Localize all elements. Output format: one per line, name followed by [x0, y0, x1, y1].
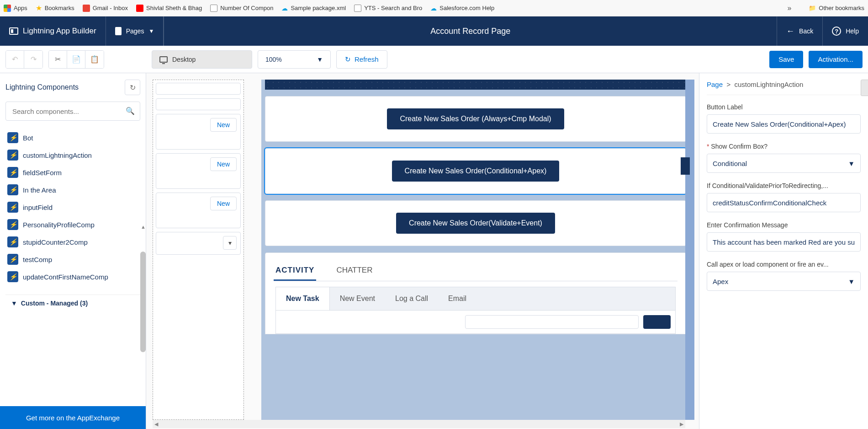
lightning-icon: ⚡ [7, 254, 18, 265]
label: Shivlal Sheth & Bhag [146, 5, 202, 11]
redo-button[interactable]: ↷ [24, 51, 42, 68]
custom-managed-section[interactable]: ▼ Custom - Managed (3) [5, 295, 140, 311]
field-label: * Show Confirm Box? [707, 143, 861, 150]
zoom-select[interactable]: 100% ▼ [258, 50, 331, 69]
action-component-card-selected[interactable]: Create New Sales Order(Conditional+Apex) [265, 148, 686, 194]
component-item[interactable]: ⚡Bot [5, 129, 140, 146]
related-list-card[interactable] [156, 83, 241, 95]
chevron-down-icon: ▼ [848, 160, 855, 167]
tab-chatter[interactable]: CHATTER [334, 261, 374, 281]
cut-button[interactable]: ✂ [49, 51, 67, 68]
create-order-validate-button[interactable]: Create New Sales Order(Validate+Event) [396, 213, 555, 234]
header-right: ← Back ? Help [777, 16, 868, 46]
related-list-card[interactable]: ▾ [156, 232, 241, 255]
task-subject-input[interactable] [465, 315, 639, 329]
save-button[interactable]: Save [769, 51, 803, 68]
desktop-icon [159, 56, 168, 63]
scrollbar-thumb[interactable] [140, 252, 146, 352]
button-label-input[interactable] [707, 114, 861, 134]
tabs-component[interactable]: ACTIVITY CHATTER New Task New Event Log … [265, 252, 686, 334]
component-item[interactable]: ⚡PersonalityProfileComp [5, 216, 140, 233]
related-list-card[interactable]: New [156, 114, 241, 150]
subtab-new-event[interactable]: New Event [330, 287, 385, 310]
canvas-related-column[interactable]: New New New ▾ [153, 80, 244, 420]
create-order-always-button[interactable]: Create New Sales Order (Always+Cmp Modal… [387, 108, 564, 129]
new-button[interactable]: New [210, 197, 237, 210]
component-label: PersonalityProfileComp [23, 221, 95, 229]
canvas-scrollbar-thumb[interactable] [681, 157, 690, 175]
overflow-chevrons[interactable]: » [787, 4, 791, 12]
section-label: Custom - Managed (3) [21, 300, 88, 307]
undo-button[interactable]: ↶ [6, 51, 24, 68]
builder-icon [9, 27, 18, 35]
breadcrumb: Page > customLightningAction [707, 80, 861, 95]
action-component-card[interactable]: Create New Sales Order (Always+Cmp Modal… [265, 96, 686, 142]
field-button-label: Button Label [707, 103, 861, 134]
confirm-message-input[interactable] [707, 232, 861, 252]
scroll-up-arrow[interactable]: ▲ [141, 224, 146, 230]
component-item[interactable]: ⚡stupidCounter2Comp [5, 233, 140, 251]
yts-bookmark[interactable]: YTS - Search and Bro [354, 5, 422, 12]
appexchange-link[interactable]: Get more on the AppExchange [0, 406, 146, 429]
paste-button[interactable]: 📋 [85, 51, 104, 68]
other-bookmarks[interactable]: 📁Other bookmarks [809, 5, 864, 11]
show-confirm-select[interactable]: Conditional ▼ [707, 154, 861, 173]
field-label: Enter Confirmation Message [707, 221, 861, 229]
related-list-card[interactable]: New [156, 193, 241, 228]
component-label: customLightningAction [23, 151, 92, 159]
create-order-conditional-button[interactable]: Create New Sales Order(Conditional+Apex) [392, 161, 560, 182]
canvas: New New New ▾ Create New Sales Order (Al… [146, 73, 699, 429]
activation-button[interactable]: Activation... [809, 51, 863, 68]
youtube-bookmark[interactable]: Shivlal Sheth & Bhag [136, 5, 202, 12]
dropdown-button[interactable]: ▾ [223, 236, 237, 250]
component-item[interactable]: ⚡In the Area [5, 181, 140, 198]
device-label: Desktop [172, 56, 196, 63]
star-icon: ★ [36, 4, 42, 12]
clipboard-group: ✂ 📄 📋 [48, 50, 104, 69]
pages-menu[interactable]: Pages ▼ [106, 16, 164, 46]
highlights-panel[interactable] [265, 80, 686, 90]
back-button[interactable]: ← Back [777, 16, 822, 46]
subtab-email[interactable]: Email [438, 287, 476, 310]
page-title: Account Record Page [164, 16, 777, 46]
sfhelp-bookmark[interactable]: ☁Salesforce.com Help [430, 5, 494, 12]
subtab-new-task[interactable]: New Task [276, 287, 330, 310]
panel-collapse-handle[interactable] [861, 80, 868, 96]
canvas-vertical-scrollbar[interactable] [685, 80, 694, 420]
apps-shortcut[interactable]: Apps [4, 5, 27, 12]
copy-button[interactable]: 📄 [67, 51, 85, 68]
breadcrumb-page-link[interactable]: Page [707, 80, 723, 88]
component-item[interactable]: ⚡fieldSetForm [5, 164, 140, 181]
app-builder-home[interactable]: Lightning App Builder [0, 16, 106, 46]
doc-bookmark[interactable]: Number Of Compon [210, 5, 273, 12]
call-apex-select[interactable]: Apex ▼ [707, 272, 861, 291]
related-list-card[interactable] [156, 98, 241, 110]
task-action-button[interactable] [643, 315, 671, 329]
component-item[interactable]: ⚡inputField [5, 198, 140, 216]
label: YTS - Search and Bro [364, 5, 422, 11]
canvas-main-column: Create New Sales Order (Always+Cmp Modal… [261, 80, 690, 420]
search-input[interactable] [5, 102, 140, 121]
new-button[interactable]: New [210, 118, 237, 132]
refresh-components-button[interactable]: ↻ [125, 80, 140, 95]
refresh-button[interactable]: ↻ Refresh [336, 50, 387, 69]
components-panel: Lightning Components ↻ 🔍 ⚡Bot ⚡customLig… [0, 73, 146, 429]
gmail-bookmark[interactable]: Gmail - Inbox [83, 5, 128, 12]
sample-bookmark[interactable]: ☁Sample package.xml [281, 5, 346, 12]
component-item[interactable]: ⚡testComp [5, 251, 140, 268]
related-list-card[interactable]: New [156, 153, 241, 189]
conditional-method-input[interactable] [707, 193, 861, 212]
bookmarks-folder[interactable]: ★Bookmarks [36, 4, 74, 12]
help-label: Help [846, 27, 859, 35]
tab-activity[interactable]: ACTIVITY [274, 261, 316, 281]
activity-publisher[interactable]: New Task New Event Log a Call Email [275, 287, 676, 334]
canvas-horizontal-scrollbar[interactable]: ◀▶ [153, 420, 685, 428]
help-button[interactable]: ? Help [822, 16, 868, 46]
component-item[interactable]: ⚡customLightningAction [5, 146, 140, 164]
action-component-card[interactable]: Create New Sales Order(Validate+Event) [265, 200, 686, 246]
new-button[interactable]: New [210, 157, 237, 171]
component-item[interactable]: ⚡updateContFirstNameComp [5, 268, 140, 285]
youtube-icon [136, 5, 143, 12]
device-select[interactable]: Desktop [152, 50, 252, 69]
subtab-log-call[interactable]: Log a Call [385, 287, 438, 310]
